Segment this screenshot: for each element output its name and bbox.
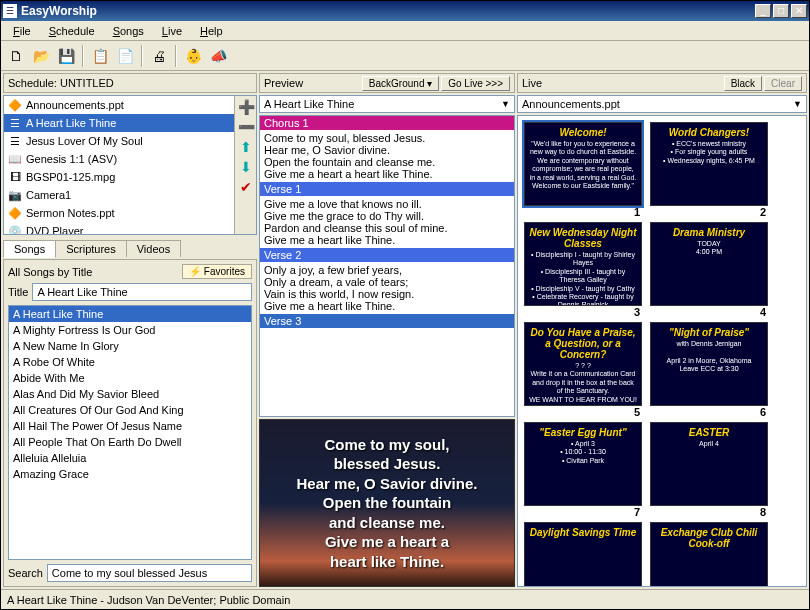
song-item[interactable]: A Mighty Fortress Is Our God xyxy=(9,322,251,338)
slide-thumbnail[interactable]: Welcome!"We'd like for you to experience… xyxy=(524,122,642,206)
song-item[interactable]: Abide With Me xyxy=(9,370,251,386)
schedule-item-icon: 📷 xyxy=(8,189,22,202)
clear-button[interactable]: Clear xyxy=(764,76,802,91)
slide-number: 4 xyxy=(650,306,768,318)
slide-body: • Discipleship I - taught by Shirley Hay… xyxy=(529,251,637,306)
go-live-button[interactable]: Go Live >>> xyxy=(441,76,510,91)
message-alert-icon[interactable]: 📣 xyxy=(207,45,229,67)
open-icon[interactable]: 📂 xyxy=(30,45,52,67)
verse-label[interactable]: Verse 2 xyxy=(260,248,514,262)
menu-file[interactable]: File xyxy=(5,23,39,39)
schedule-item[interactable]: 🔶Announcements.ppt xyxy=(4,96,234,114)
check-icon[interactable]: ✔ xyxy=(237,178,255,196)
song-item[interactable]: Alleluia Alleluia xyxy=(9,450,251,466)
live-dropdown[interactable]: Announcements.ppt ▼ xyxy=(517,95,807,113)
schedule-item-icon: 💿 xyxy=(8,225,22,235)
new-icon[interactable]: 🗋 xyxy=(5,45,27,67)
slide-thumbnail[interactable]: "Night of Praise"with Dennis Jernigan Ap… xyxy=(650,322,768,406)
slides-grid[interactable]: Welcome!"We'd like for you to experience… xyxy=(517,115,807,587)
slide-thumbnail[interactable]: "Easter Egg Hunt"• April 3 • 10:00 - 11:… xyxy=(524,422,642,506)
tab-scriptures[interactable]: Scriptures xyxy=(55,240,127,257)
slide-number: 5 xyxy=(524,406,642,418)
slide-thumbnail[interactable]: Drama MinistryTODAY 4:00 PM xyxy=(650,222,768,306)
song-item[interactable]: Amazing Grace xyxy=(9,466,251,482)
live-title: Announcements.ppt xyxy=(522,98,620,110)
paste-icon[interactable]: 📄 xyxy=(114,45,136,67)
schedule-item[interactable]: 🎞BGSP01-125.mpg xyxy=(4,168,234,186)
minimize-button[interactable]: _ xyxy=(755,4,771,18)
schedule-item[interactable]: 📷Camera1 xyxy=(4,186,234,204)
down-icon[interactable]: ⬇ xyxy=(237,158,255,176)
preview-song-dropdown[interactable]: A Heart Like Thine ▼ xyxy=(259,95,515,113)
schedule-item[interactable]: 🔶Sermon Notes.ppt xyxy=(4,204,234,222)
songs-panel: All Songs by Title ⚡ Favorites Title A H… xyxy=(3,259,257,587)
slide-title: New Wednesday Night Classes xyxy=(529,227,637,249)
slide-body: April 4 xyxy=(699,440,719,448)
schedule-item[interactable]: ☰Jesus Lover Of My Soul xyxy=(4,132,234,150)
search-input[interactable] xyxy=(47,564,252,582)
slide-thumbnail[interactable]: World Changers!• ECC's newest ministry •… xyxy=(650,122,768,206)
tab-songs[interactable]: Songs xyxy=(3,240,56,258)
app-window: ☰ EasyWorship _ □ ✕ FileScheduleSongsLiv… xyxy=(0,0,810,610)
tab-videos[interactable]: Videos xyxy=(126,240,181,257)
schedule-item[interactable]: ☰A Heart Like Thine xyxy=(4,114,234,132)
schedule-item-label: A Heart Like Thine xyxy=(26,117,116,129)
menu-schedule[interactable]: Schedule xyxy=(41,23,103,39)
live-header: Live Black Clear xyxy=(517,73,807,93)
songs-list-label: All Songs by Title xyxy=(8,266,92,278)
verses-list[interactable]: Chorus 1Come to my soul, blessed Jesus. … xyxy=(259,115,515,417)
slide-title: "Night of Praise" xyxy=(669,327,749,338)
schedule-item-label: Jesus Lover Of My Soul xyxy=(26,135,143,147)
slide-thumbnail[interactable]: Do You Have a Praise, a Question, or a C… xyxy=(524,322,642,406)
schedule-header-label: Schedule: UNTITLED xyxy=(8,77,114,89)
schedule-item[interactable]: 📖Genesis 1:1 (ASV) xyxy=(4,150,234,168)
slide-body: with Dennis Jernigan April 2 in Moore, O… xyxy=(667,340,752,374)
favorites-button[interactable]: ⚡ Favorites xyxy=(182,264,252,279)
schedule-item-icon: 🔶 xyxy=(8,207,22,220)
maximize-button[interactable]: □ xyxy=(773,4,789,18)
dropdown-arrow-icon: ▼ xyxy=(793,99,802,109)
schedule-item-label: Genesis 1:1 (ASV) xyxy=(26,153,117,165)
song-item[interactable]: All Hail The Power Of Jesus Name xyxy=(9,418,251,434)
title-input[interactable] xyxy=(32,283,252,301)
song-item[interactable]: All Creatures Of Our God And King xyxy=(9,402,251,418)
slide-thumbnail[interactable]: Exchange Club Chili Cook-off xyxy=(650,522,768,587)
slide-number: 1 xyxy=(524,206,642,218)
nursery-alert-icon[interactable]: 👶 xyxy=(182,45,204,67)
add-icon[interactable]: ➕ xyxy=(237,98,255,116)
schedule-item-label: BGSP01-125.mpg xyxy=(26,171,115,183)
menu-live[interactable]: Live xyxy=(154,23,190,39)
schedule-item[interactable]: 💿DVD Player xyxy=(4,222,234,234)
verse-label[interactable]: Chorus 1 xyxy=(260,116,514,130)
live-header-label: Live xyxy=(522,77,542,89)
slide-title: Drama Ministry xyxy=(673,227,745,238)
menu-help[interactable]: Help xyxy=(192,23,231,39)
song-item[interactable]: A New Name In Glory xyxy=(9,338,251,354)
song-list[interactable]: A Heart Like ThineA Mighty Fortress Is O… xyxy=(8,305,252,560)
background-button[interactable]: BackGround ▾ xyxy=(362,76,439,91)
verse-label[interactable]: Verse 1 xyxy=(260,182,514,196)
print-icon[interactable]: 🖨 xyxy=(148,45,170,67)
menu-songs[interactable]: Songs xyxy=(105,23,152,39)
save-icon[interactable]: 💾 xyxy=(55,45,77,67)
copy-icon[interactable]: 📋 xyxy=(89,45,111,67)
up-icon[interactable]: ⬆ xyxy=(237,138,255,156)
verse-text[interactable]: Only a joy, a few brief years, Only a dr… xyxy=(260,262,514,314)
titlebar: ☰ EasyWorship _ □ ✕ xyxy=(1,1,809,21)
song-item[interactable]: A Heart Like Thine xyxy=(9,306,251,322)
verse-label[interactable]: Verse 3 xyxy=(260,314,514,328)
song-item[interactable]: Alas And Did My Savior Bleed xyxy=(9,386,251,402)
schedule-list[interactable]: 🔶Announcements.ppt☰A Heart Like Thine☰Je… xyxy=(4,96,234,234)
slide-thumbnail[interactable]: New Wednesday Night Classes• Discipleshi… xyxy=(524,222,642,306)
verse-text[interactable]: Give me a love that knows no ill. Give m… xyxy=(260,196,514,248)
slide-thumbnail[interactable]: Daylight Savings Time xyxy=(524,522,642,587)
close-button[interactable]: ✕ xyxy=(791,4,807,18)
remove-icon[interactable]: ➖ xyxy=(237,118,255,136)
slide-thumbnail[interactable]: EASTERApril 4 xyxy=(650,422,768,506)
black-button[interactable]: Black xyxy=(724,76,762,91)
song-item[interactable]: A Robe Of White xyxy=(9,354,251,370)
song-item[interactable]: All People That On Earth Do Dwell xyxy=(9,434,251,450)
preview-header-label: Preview xyxy=(264,77,303,89)
verse-text[interactable]: Come to my soul, blessed Jesus. Hear me,… xyxy=(260,130,514,182)
slide-title: Do You Have a Praise, a Question, or a C… xyxy=(529,327,637,360)
